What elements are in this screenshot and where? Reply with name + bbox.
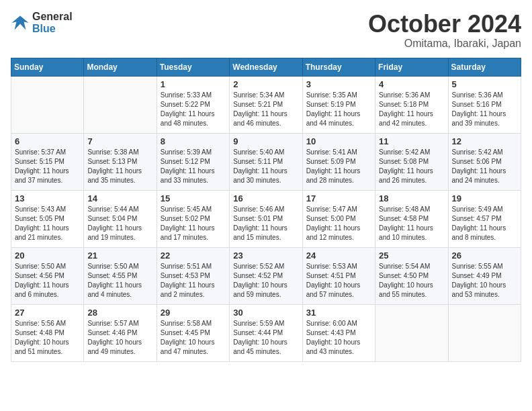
weekday-header-saturday: Saturday	[448, 58, 521, 76]
calendar-cell	[375, 304, 448, 361]
day-info: Sunrise: 5:49 AMSunset: 4:57 PMDaylight:…	[452, 205, 517, 242]
weekday-header-tuesday: Tuesday	[157, 58, 229, 76]
calendar-cell: 29Sunrise: 5:58 AMSunset: 4:45 PMDayligh…	[157, 304, 229, 361]
day-number: 18	[379, 193, 444, 203]
month-title: October 2024	[368, 11, 521, 38]
calendar-cell: 6Sunrise: 5:37 AMSunset: 5:15 PMDaylight…	[11, 133, 84, 190]
logo-text: General Blue	[32, 11, 73, 35]
day-number: 24	[306, 250, 371, 261]
weekday-header-monday: Monday	[84, 58, 157, 76]
calendar-cell: 31Sunrise: 6:00 AMSunset: 4:43 PMDayligh…	[302, 304, 375, 361]
calendar-cell: 7Sunrise: 5:38 AMSunset: 5:13 PMDaylight…	[84, 133, 157, 190]
weekday-header-thursday: Thursday	[302, 58, 375, 76]
calendar-cell: 24Sunrise: 5:53 AMSunset: 4:51 PMDayligh…	[302, 247, 375, 304]
day-info: Sunrise: 5:58 AMSunset: 4:45 PMDaylight:…	[161, 319, 226, 357]
calendar-cell: 23Sunrise: 5:52 AMSunset: 4:52 PMDayligh…	[230, 247, 302, 304]
day-info: Sunrise: 5:40 AMSunset: 5:11 PMDaylight:…	[233, 148, 298, 185]
day-number: 12	[452, 136, 517, 146]
calendar-week-1: 1Sunrise: 5:33 AMSunset: 5:22 PMDaylight…	[11, 76, 521, 133]
day-number: 16	[233, 193, 298, 203]
day-number: 15	[161, 193, 226, 203]
calendar-cell: 26Sunrise: 5:55 AMSunset: 4:49 PMDayligh…	[448, 247, 521, 304]
calendar-cell: 20Sunrise: 5:50 AMSunset: 4:56 PMDayligh…	[11, 247, 84, 304]
calendar-cell: 4Sunrise: 5:36 AMSunset: 5:18 PMDaylight…	[375, 76, 448, 133]
calendar-cell: 8Sunrise: 5:39 AMSunset: 5:12 PMDaylight…	[157, 133, 229, 190]
calendar-header-row: SundayMondayTuesdayWednesdayThursdayFrid…	[11, 58, 521, 76]
calendar-cell: 1Sunrise: 5:33 AMSunset: 5:22 PMDaylight…	[157, 76, 229, 133]
calendar-cell: 13Sunrise: 5:43 AMSunset: 5:05 PMDayligh…	[11, 190, 84, 247]
page-header: General Blue October 2024 Omitama, Ibara…	[11, 11, 521, 50]
day-info: Sunrise: 5:36 AMSunset: 5:16 PMDaylight:…	[452, 91, 517, 128]
day-number: 21	[87, 250, 152, 261]
day-info: Sunrise: 5:44 AMSunset: 5:04 PMDaylight:…	[87, 205, 152, 242]
day-info: Sunrise: 6:00 AMSunset: 4:43 PMDaylight:…	[306, 319, 371, 357]
day-info: Sunrise: 5:41 AMSunset: 5:09 PMDaylight:…	[306, 148, 371, 185]
logo-icon	[11, 13, 30, 32]
day-number: 23	[233, 250, 298, 261]
day-number: 8	[161, 136, 226, 146]
day-number: 26	[452, 250, 517, 261]
day-number: 30	[233, 308, 298, 318]
day-number: 7	[87, 136, 152, 146]
calendar-week-5: 27Sunrise: 5:56 AMSunset: 4:48 PMDayligh…	[11, 304, 521, 361]
calendar-cell	[84, 76, 157, 133]
calendar-cell: 17Sunrise: 5:47 AMSunset: 5:00 PMDayligh…	[302, 190, 375, 247]
day-number: 3	[306, 79, 371, 89]
day-info: Sunrise: 5:59 AMSunset: 4:44 PMDaylight:…	[233, 319, 298, 357]
day-info: Sunrise: 5:50 AMSunset: 4:56 PMDaylight:…	[15, 262, 80, 300]
day-number: 31	[306, 308, 371, 318]
calendar-cell	[448, 304, 521, 361]
logo: General Blue	[11, 11, 73, 35]
calendar-cell: 18Sunrise: 5:48 AMSunset: 4:58 PMDayligh…	[375, 190, 448, 247]
calendar-cell: 22Sunrise: 5:51 AMSunset: 4:53 PMDayligh…	[157, 247, 229, 304]
day-info: Sunrise: 5:38 AMSunset: 5:13 PMDaylight:…	[87, 148, 152, 185]
day-info: Sunrise: 5:50 AMSunset: 4:55 PMDaylight:…	[87, 262, 152, 300]
day-info: Sunrise: 5:56 AMSunset: 4:48 PMDaylight:…	[15, 319, 80, 357]
day-info: Sunrise: 5:36 AMSunset: 5:18 PMDaylight:…	[379, 91, 444, 128]
day-number: 17	[306, 193, 371, 203]
day-number: 14	[87, 193, 152, 203]
calendar-cell: 28Sunrise: 5:57 AMSunset: 4:46 PMDayligh…	[84, 304, 157, 361]
calendar-cell: 12Sunrise: 5:42 AMSunset: 5:06 PMDayligh…	[448, 133, 521, 190]
location-title: Omitama, Ibaraki, Japan	[368, 38, 521, 50]
day-info: Sunrise: 5:42 AMSunset: 5:06 PMDaylight:…	[452, 148, 517, 185]
calendar-cell: 3Sunrise: 5:35 AMSunset: 5:19 PMDaylight…	[302, 76, 375, 133]
day-info: Sunrise: 5:48 AMSunset: 4:58 PMDaylight:…	[379, 205, 444, 242]
day-number: 1	[161, 79, 226, 89]
day-number: 5	[452, 79, 517, 89]
day-info: Sunrise: 5:33 AMSunset: 5:22 PMDaylight:…	[161, 91, 226, 128]
day-number: 4	[379, 79, 444, 89]
svg-marker-0	[11, 16, 28, 30]
calendar-cell	[11, 76, 84, 133]
day-info: Sunrise: 5:39 AMSunset: 5:12 PMDaylight:…	[161, 148, 226, 185]
calendar-cell: 10Sunrise: 5:41 AMSunset: 5:09 PMDayligh…	[302, 133, 375, 190]
day-number: 25	[379, 250, 444, 261]
day-number: 2	[233, 79, 298, 89]
day-number: 13	[15, 193, 80, 203]
calendar-week-3: 13Sunrise: 5:43 AMSunset: 5:05 PMDayligh…	[11, 190, 521, 247]
day-number: 11	[379, 136, 444, 146]
day-info: Sunrise: 5:46 AMSunset: 5:01 PMDaylight:…	[233, 205, 298, 242]
day-info: Sunrise: 5:42 AMSunset: 5:08 PMDaylight:…	[379, 148, 444, 185]
calendar-cell: 21Sunrise: 5:50 AMSunset: 4:55 PMDayligh…	[84, 247, 157, 304]
calendar-cell: 11Sunrise: 5:42 AMSunset: 5:08 PMDayligh…	[375, 133, 448, 190]
day-number: 9	[233, 136, 298, 146]
day-number: 19	[452, 193, 517, 203]
calendar-cell: 16Sunrise: 5:46 AMSunset: 5:01 PMDayligh…	[230, 190, 302, 247]
day-number: 27	[15, 308, 80, 318]
day-info: Sunrise: 5:53 AMSunset: 4:51 PMDaylight:…	[306, 262, 371, 300]
day-info: Sunrise: 5:57 AMSunset: 4:46 PMDaylight:…	[87, 319, 152, 357]
weekday-header-wednesday: Wednesday	[230, 58, 302, 76]
day-info: Sunrise: 5:45 AMSunset: 5:02 PMDaylight:…	[161, 205, 226, 242]
day-number: 28	[87, 308, 152, 318]
day-info: Sunrise: 5:34 AMSunset: 5:21 PMDaylight:…	[233, 91, 298, 128]
day-info: Sunrise: 5:55 AMSunset: 4:49 PMDaylight:…	[452, 262, 517, 300]
day-number: 22	[161, 250, 226, 261]
weekday-header-friday: Friday	[375, 58, 448, 76]
calendar-cell: 15Sunrise: 5:45 AMSunset: 5:02 PMDayligh…	[157, 190, 229, 247]
calendar-cell: 2Sunrise: 5:34 AMSunset: 5:21 PMDaylight…	[230, 76, 302, 133]
day-info: Sunrise: 5:35 AMSunset: 5:19 PMDaylight:…	[306, 91, 371, 128]
calendar-table: SundayMondayTuesdayWednesdayThursdayFrid…	[11, 58, 521, 362]
day-number: 6	[15, 136, 80, 146]
calendar-cell: 25Sunrise: 5:54 AMSunset: 4:50 PMDayligh…	[375, 247, 448, 304]
